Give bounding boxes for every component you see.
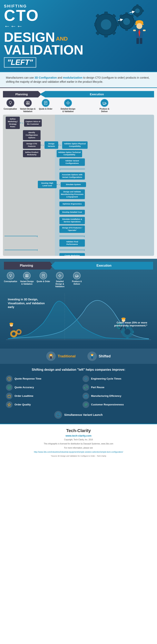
box-design-validate-mfg: Design and Validate Manufacturing Proces… bbox=[60, 190, 85, 199]
box-design-variants: Design Variants bbox=[44, 141, 58, 149]
benefit-quote-response: Quote Response Time bbox=[6, 376, 75, 382]
row-develop-detailed-cost: Develop Detailed Cost bbox=[4, 208, 152, 216]
benefit-mfg-efficiency-icon bbox=[82, 393, 89, 399]
main-diagram-section: Planning Execution Conceptualize Variant… bbox=[0, 88, 157, 259]
svg-rect-57 bbox=[26, 276, 27, 277]
box-develop-detailed-cost: Develop Detailed Cost bbox=[60, 210, 85, 215]
svg-point-108 bbox=[8, 386, 11, 389]
row-arrows-back1: › bbox=[4, 167, 152, 171]
wave-stage-conceptualize: Conceptualize bbox=[4, 272, 17, 288]
svg-point-75 bbox=[18, 330, 20, 333]
benefit-engineering-cycle-label: Engineering Cycle Times bbox=[91, 377, 121, 380]
benefit-part-reuse-icon bbox=[82, 384, 89, 391]
wave-stage-produce: Produce & Deliver bbox=[70, 272, 84, 288]
hero-design-line: DESIGN AND bbox=[4, 31, 153, 44]
row-design-mfg: Design and Validate Manufacturing Proces… bbox=[4, 190, 152, 199]
row-validate-variant: Validate Variant Configurations bbox=[4, 158, 152, 166]
footer-logo-tech: Tech bbox=[66, 428, 76, 433]
wave-section: Planning Execution Conceptualize Variant… bbox=[0, 259, 157, 348]
svg-line-102 bbox=[9, 379, 10, 379]
benefit-quote-response-label: Quote Response Time bbox=[14, 377, 41, 380]
svg-point-118 bbox=[56, 413, 60, 417]
legend-traditional-icon bbox=[46, 352, 56, 361]
benefit-mfg-efficiency-label: Manufacturing Efficiency bbox=[91, 394, 122, 398]
benefit-part-reuse-label: Part Reuse bbox=[91, 386, 104, 389]
benefit-engineering-cycle-icon bbox=[82, 376, 89, 382]
hero-left-arrow: ←←← bbox=[4, 22, 23, 30]
wave-execution-label: Execution bbox=[51, 262, 153, 270]
wave-stage-quote-icon bbox=[40, 272, 47, 279]
svg-point-73 bbox=[12, 332, 16, 336]
hero-validation-text: VALIDATION bbox=[4, 44, 153, 56]
highlight-3d-config: 3D Configuration bbox=[34, 76, 57, 79]
svg-point-103 bbox=[85, 378, 87, 380]
benefits-grid: Quote Response Time Engineering Cycle Ti… bbox=[6, 376, 151, 408]
stage-variant-icon bbox=[24, 99, 32, 107]
wave-stage-detailed-label: Detailed Design & Validation bbox=[52, 280, 67, 288]
row-identify-config: Identify Configuration Options bbox=[4, 130, 152, 140]
svg-rect-84 bbox=[132, 331, 134, 333]
stage-detailed-icon bbox=[64, 99, 72, 107]
footer-more-info: For more information, please see bbox=[6, 446, 151, 450]
svg-marker-115 bbox=[8, 403, 11, 406]
benefit-order-leadtime: Order Leadtime bbox=[6, 393, 75, 399]
benefit-quote-accuracy-label: Quote Accuracy bbox=[14, 386, 34, 389]
hero-left-quote: "LEFT" bbox=[4, 57, 36, 68]
row-design-eto: Design ETO Features / "Specials" bbox=[4, 226, 152, 233]
svg-rect-109 bbox=[8, 395, 10, 398]
svg-point-88 bbox=[121, 318, 126, 320]
box-define-marketing: Define Marketing / Strategy Rules bbox=[6, 117, 20, 129]
svg-rect-114 bbox=[86, 395, 87, 396]
row-back-arrows-final: ‹ ‹ bbox=[4, 248, 152, 252]
benefit-launch-label: Simultaneous Variant Launch bbox=[64, 413, 102, 416]
wave-stage-detailed-icon bbox=[56, 272, 64, 279]
row-define-capture: Define Marketing / Strategy Rules › Capt… bbox=[4, 117, 152, 129]
footer-link: http://www.3ds.com/industries/industrial… bbox=[6, 450, 151, 454]
footer-section: Tech-Clarity www.tech-clarity.com Copyri… bbox=[0, 424, 157, 461]
wave-stage-detailed: Detailed Design & Validation bbox=[52, 272, 67, 288]
stage-detailed-label: Detailed Design & Validation bbox=[60, 108, 76, 113]
row-high-level-cost: Develop High Level Cost › Simulate Syste… bbox=[4, 181, 152, 188]
row-simulate-install: Simulate Installation & Service Operatio… bbox=[4, 217, 152, 224]
footer-logo-clarity: -Clarity bbox=[76, 428, 91, 433]
svg-rect-56 bbox=[27, 274, 28, 276]
hero-section: SHIFTING CTO ←←← DESIGN AND VALIDATION "… bbox=[0, 0, 157, 72]
wave-productivity-text: Could mean 25% or more productivity impr… bbox=[104, 321, 147, 327]
arrow-to-design-variants: › bbox=[42, 144, 44, 147]
stage-produce-icon bbox=[100, 99, 108, 107]
wave-stage-produce-label: Produce & Deliver bbox=[70, 280, 84, 285]
svg-point-80 bbox=[124, 329, 130, 335]
svg-point-44 bbox=[67, 102, 69, 104]
svg-point-50 bbox=[103, 104, 104, 105]
row-back-arrows-eto: ‹ ‹ bbox=[4, 234, 152, 238]
box-validate-physical: Validate Option Physical Compatibility bbox=[62, 141, 88, 149]
benefit-customer-responsiveness-label: Customer Responsiveness bbox=[91, 403, 124, 406]
box-define-modularity: Define Product Modularity bbox=[23, 150, 40, 158]
legend-traditional-label: Traditional bbox=[58, 354, 76, 358]
svg-rect-112 bbox=[84, 396, 88, 398]
arrow-to-simulate: › bbox=[58, 183, 60, 186]
highlight-modular: modularization bbox=[63, 76, 82, 79]
svg-rect-55 bbox=[26, 274, 27, 276]
stage-conceptualize: Conceptualize bbox=[3, 99, 18, 113]
box-design-eto: Design ETO Features / "Specials" bbox=[60, 226, 85, 233]
execution-label: Execution bbox=[40, 91, 154, 98]
wave-stage-variant-icon bbox=[23, 272, 30, 279]
footer-license: This infographic is licensed for distrib… bbox=[6, 442, 151, 446]
svg-rect-58 bbox=[27, 276, 28, 277]
wave-stage-conceptualize-icon bbox=[7, 272, 14, 279]
arrow-to-capture: › bbox=[21, 121, 24, 124]
benefit-launch-icon bbox=[54, 411, 62, 419]
wave-stage-quote-label: Quote & Order bbox=[37, 280, 50, 283]
svg-point-51 bbox=[104, 104, 105, 105]
stage-quote: Quote & Order bbox=[38, 99, 54, 113]
stage-variant: Variant Design & Validation bbox=[18, 99, 37, 113]
flow-overlay: Define Marketing / Strategy Rules › Capt… bbox=[3, 115, 154, 256]
stage-conceptualize-label: Conceptualize bbox=[4, 108, 17, 110]
row-design-cto: Design CTO Features › Design Variants › … bbox=[4, 141, 152, 149]
benefit-order-quality-icon bbox=[6, 401, 12, 408]
wave-phase-banner: Planning Execution bbox=[4, 262, 153, 270]
svg-point-69 bbox=[77, 276, 78, 278]
description-text: Manufacturers can use 3D Configuration a… bbox=[6, 76, 151, 84]
box-validate-final: Validate Final Performance bbox=[60, 239, 85, 247]
